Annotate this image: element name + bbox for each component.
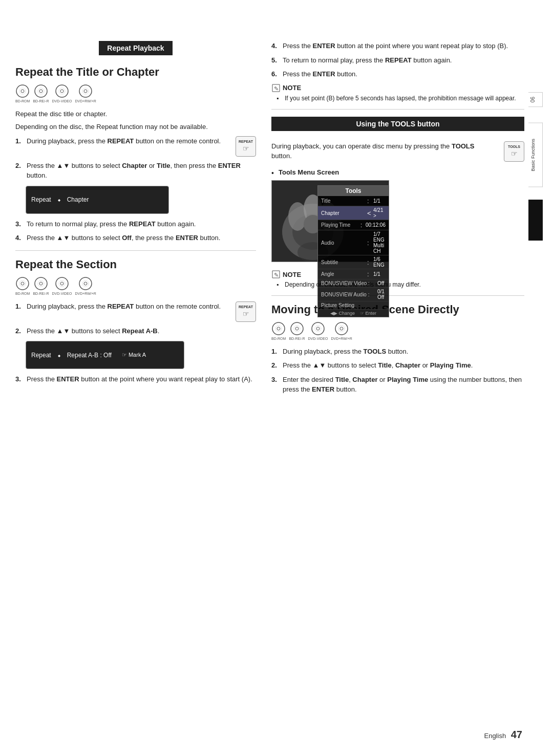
step-1-num: 1. bbox=[15, 136, 27, 146]
tools-row-subtitle: Subtitle : 1/6 ENG bbox=[318, 255, 389, 269]
tools-row-bonusview-audio: BONUSVIEW Audio : 0/1 Off bbox=[318, 288, 389, 301]
tools-overlay-table: Tools Title : 1/1 Chapter < 4/21 > Pl bbox=[317, 185, 389, 317]
repeat-intro-1: Repeat the disc title or chapter. bbox=[15, 109, 256, 119]
moving-scene-heading: Moving to a Desired Scene Directly bbox=[271, 303, 524, 316]
main-content: Repeat Playback Repeat the Title or Chap… bbox=[0, 31, 553, 736]
step-1-section3: 1. During playback, press the TOOLS butt… bbox=[271, 347, 524, 357]
svg-point-1 bbox=[21, 90, 24, 93]
step-1-section1: 1. During playback, press the REPEAT but… bbox=[15, 136, 256, 157]
svg-point-2 bbox=[19, 88, 26, 94]
screen-repeat-label: Repeat bbox=[31, 196, 51, 203]
right-column: 4. Press the ENTER button at the point w… bbox=[266, 41, 524, 725]
repeat-button-image: REPEAT ☞ bbox=[236, 136, 256, 157]
svg-point-42 bbox=[315, 326, 321, 332]
step-1-content: 1. During playback, press the REPEAT but… bbox=[15, 136, 225, 150]
svg-point-45 bbox=[338, 326, 345, 332]
repeat-btn-hand: ☞ bbox=[243, 144, 249, 153]
svg-point-36 bbox=[275, 326, 282, 332]
disc-icon-dvdvideo-3: DVD-VIDEO bbox=[308, 321, 328, 341]
svg-point-9 bbox=[79, 85, 92, 97]
divider-right-2 bbox=[271, 295, 524, 296]
tab-basic-functions: Basic Functions bbox=[528, 123, 543, 187]
disc-icon-bdrer-2: BD-RE/-R bbox=[33, 276, 49, 296]
tools-menu-screen-label: Tools Menu Screen bbox=[279, 168, 339, 176]
tab-black-marker bbox=[528, 200, 543, 241]
svg-text:✎: ✎ bbox=[274, 85, 279, 92]
svg-point-6 bbox=[56, 85, 68, 97]
step-4-section1: 4. Press the ▲▼ buttons to select Off, t… bbox=[15, 233, 256, 243]
screen-arrow: ⬥ bbox=[57, 196, 61, 203]
step-3-section3: 3. Enter the desired Title, Chapter or P… bbox=[271, 375, 524, 395]
svg-point-23 bbox=[82, 280, 89, 287]
tools-intro-with-img: During playback, you can operate disc me… bbox=[271, 141, 524, 164]
repeat-playback-header-container: Repeat Playback bbox=[15, 41, 256, 60]
note-icon-tools: ✎ NOTE bbox=[271, 270, 524, 279]
tools-menu-screen-bullet: • Tools Menu Screen bbox=[271, 168, 524, 179]
svg-point-16 bbox=[39, 282, 42, 285]
page-container: Repeat Playback Repeat the Title or Chap… bbox=[0, 0, 553, 756]
disc-icon-dvdrwr-2: DVD+RW/+R bbox=[75, 276, 96, 296]
step-2-section1: 2. Press the ▲▼ buttons to select Chapte… bbox=[15, 161, 256, 181]
tools-row-bonusview-video: BONUSVIEW Video : Off bbox=[318, 279, 389, 288]
note-item-2-1: ▪ If you set point (B) before 5 seconds … bbox=[271, 95, 524, 102]
repeat-button-image-2: REPEAT ☞ bbox=[236, 301, 256, 322]
dvdrwr-label: DVD+RW/+R bbox=[75, 99, 96, 103]
svg-point-13 bbox=[21, 282, 24, 285]
svg-point-21 bbox=[79, 277, 92, 290]
repeat-chapter-screen: Repeat ⬥ Chapter bbox=[26, 186, 169, 214]
svg-point-8 bbox=[59, 88, 65, 94]
disc-icon-bdrom-3: BD-ROM bbox=[271, 321, 286, 341]
disc-icon-dvdrwr-3: DVD+RW/+R bbox=[331, 321, 352, 341]
svg-point-38 bbox=[295, 327, 299, 330]
divider-right-1 bbox=[271, 109, 524, 110]
step-1-text: During playback, press the REPEAT button… bbox=[27, 136, 225, 146]
tools-btn-hand: ☞ bbox=[511, 149, 518, 158]
disc-icon-bdrer: BD-RE/-R bbox=[33, 84, 49, 103]
tools-row-playing-time: Playing Time : 00:12:06 bbox=[318, 220, 389, 230]
step-1-s2-content: 1. During playback, press the REPEAT but… bbox=[15, 301, 225, 316]
svg-point-22 bbox=[84, 282, 87, 285]
tools-table-footer: ◀▶ Change ☞ Enter bbox=[318, 310, 389, 317]
tools-header: Using the TOOLS button bbox=[271, 117, 524, 131]
tools-row-audio: Audio : 1/7 ENG Multi CH bbox=[318, 230, 389, 255]
svg-point-34 bbox=[272, 322, 285, 335]
svg-point-0 bbox=[16, 85, 29, 97]
svg-point-4 bbox=[39, 90, 42, 93]
tools-row-picture-setting: Picture Setting bbox=[318, 301, 389, 310]
svg-point-35 bbox=[277, 327, 280, 330]
right-sidebar: 06 Basic Functions bbox=[524, 41, 543, 725]
divider-1 bbox=[15, 250, 256, 251]
step-2-section3: 2. Press the ▲▼ buttons to select Title,… bbox=[271, 360, 524, 371]
svg-point-15 bbox=[35, 277, 47, 290]
svg-point-19 bbox=[60, 282, 63, 285]
step-1-s2-item: 1. During playback, press the REPEAT but… bbox=[15, 301, 225, 312]
note-label-2: NOTE bbox=[283, 84, 301, 92]
screen-chapter-value: Chapter bbox=[67, 196, 89, 203]
screen-mark-a: ☞ Mark A bbox=[122, 352, 146, 358]
dvdvideo-label-2: DVD-VIDEO bbox=[52, 292, 72, 296]
disc-icon-dvdrwr: DVD+RW/+R bbox=[75, 84, 96, 103]
bdrer-label: BD-RE/-R bbox=[33, 99, 49, 103]
svg-point-44 bbox=[340, 327, 343, 330]
svg-point-39 bbox=[294, 326, 300, 332]
disc-icons-section2: BD-ROM BD-RE/-R DVD-VIDEO DVD+RW/+R bbox=[15, 276, 256, 296]
bdrer-label-3: BD-RE/-R bbox=[289, 337, 305, 341]
svg-point-37 bbox=[291, 322, 303, 335]
repeat-ab-screen: Repeat ⬥ Repeat A-B : Off ☞ Mark A bbox=[26, 341, 184, 369]
svg-point-14 bbox=[19, 280, 26, 287]
tools-row-title: Title : 1/1 bbox=[318, 196, 389, 206]
tools-intro-text: During playback, you can operate disc me… bbox=[271, 141, 494, 161]
tools-header-container: Using the TOOLS button bbox=[271, 117, 524, 136]
svg-point-40 bbox=[312, 322, 324, 335]
step-3-section1: 3. To return to normal play, press the R… bbox=[15, 219, 256, 229]
step-6-section2: 6. Press the ENTER button. bbox=[271, 69, 524, 79]
step-2-section2: 2. Press the ▲▼ buttons to select Repeat… bbox=[15, 326, 256, 336]
dvdrwr-label-3: DVD+RW/+R bbox=[331, 337, 352, 341]
step-3-section2: 3. Press the ENTER button at the point w… bbox=[15, 374, 256, 384]
svg-point-10 bbox=[84, 90, 87, 93]
step-1-section2: 1. During playback, press the REPEAT but… bbox=[15, 301, 256, 322]
note-icon-2: ✎ NOTE bbox=[271, 83, 524, 93]
svg-text:✎: ✎ bbox=[274, 272, 279, 278]
dvdrwr-label-2: DVD+RW/+R bbox=[75, 292, 96, 296]
screen-repeat-label-2: Repeat bbox=[31, 352, 51, 359]
